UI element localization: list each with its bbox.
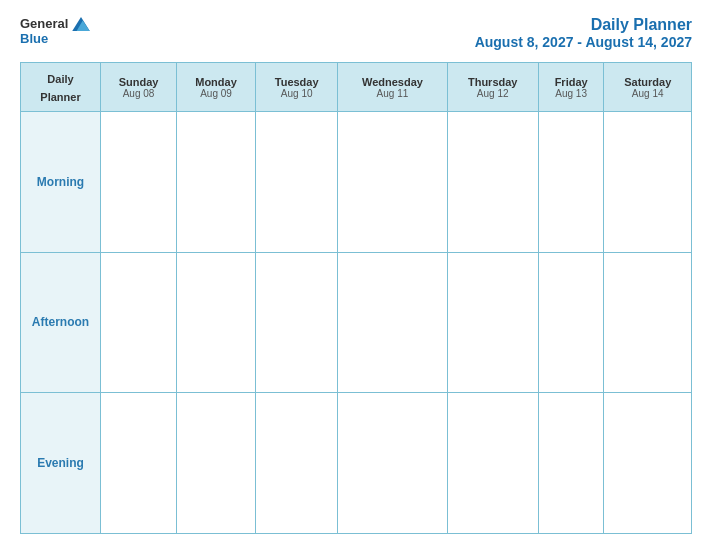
- morning-monday[interactable]: [177, 112, 256, 253]
- general-blue-icon: [72, 17, 90, 31]
- evening-saturday[interactable]: [604, 393, 692, 534]
- col-header-friday: Friday Aug 13: [538, 63, 604, 112]
- evening-wednesday[interactable]: [338, 393, 447, 534]
- afternoon-tuesday[interactable]: [255, 252, 337, 393]
- morning-sunday[interactable]: [101, 112, 177, 253]
- afternoon-saturday[interactable]: [604, 252, 692, 393]
- col-date-friday: Aug 13: [543, 88, 600, 99]
- col-day-saturday: Saturday: [608, 76, 687, 88]
- logo-blue: Blue: [20, 31, 48, 46]
- col-date-wednesday: Aug 11: [342, 88, 442, 99]
- label-header-line2: Planner: [40, 91, 80, 103]
- title-area: Daily Planner August 8, 2027 - August 14…: [475, 16, 692, 50]
- col-date-tuesday: Aug 10: [260, 88, 333, 99]
- afternoon-friday[interactable]: [538, 252, 604, 393]
- afternoon-thursday[interactable]: [447, 252, 538, 393]
- col-day-wednesday: Wednesday: [342, 76, 442, 88]
- morning-thursday[interactable]: [447, 112, 538, 253]
- col-header-monday: Monday Aug 09: [177, 63, 256, 112]
- col-date-saturday: Aug 14: [608, 88, 687, 99]
- afternoon-monday[interactable]: [177, 252, 256, 393]
- evening-sunday[interactable]: [101, 393, 177, 534]
- morning-tuesday[interactable]: [255, 112, 337, 253]
- label-header-line1: Daily: [47, 73, 73, 85]
- label-header-cell: Daily Planner: [21, 63, 101, 112]
- morning-saturday[interactable]: [604, 112, 692, 253]
- date-range: August 8, 2027 - August 14, 2027: [475, 34, 692, 50]
- calendar-table: Daily Planner Sunday Aug 08 Monday Aug 0…: [20, 62, 692, 534]
- evening-row: Evening: [21, 393, 692, 534]
- morning-label: Morning: [21, 112, 101, 253]
- logo-area: General Blue: [20, 16, 90, 46]
- evening-label: Evening: [21, 393, 101, 534]
- morning-row: Morning: [21, 112, 692, 253]
- logo-general: General: [20, 16, 68, 31]
- col-day-thursday: Thursday: [452, 76, 534, 88]
- col-day-sunday: Sunday: [105, 76, 172, 88]
- col-header-wednesday: Wednesday Aug 11: [338, 63, 447, 112]
- morning-wednesday[interactable]: [338, 112, 447, 253]
- header-row: Daily Planner Sunday Aug 08 Monday Aug 0…: [21, 63, 692, 112]
- col-date-sunday: Aug 08: [105, 88, 172, 99]
- col-day-monday: Monday: [181, 76, 251, 88]
- evening-thursday[interactable]: [447, 393, 538, 534]
- evening-tuesday[interactable]: [255, 393, 337, 534]
- col-day-tuesday: Tuesday: [260, 76, 333, 88]
- morning-friday[interactable]: [538, 112, 604, 253]
- evening-monday[interactable]: [177, 393, 256, 534]
- col-header-thursday: Thursday Aug 12: [447, 63, 538, 112]
- col-date-thursday: Aug 12: [452, 88, 534, 99]
- header: General Blue Daily Planner August 8, 202…: [20, 16, 692, 50]
- page: General Blue Daily Planner August 8, 202…: [0, 0, 712, 550]
- evening-friday[interactable]: [538, 393, 604, 534]
- afternoon-row: Afternoon: [21, 252, 692, 393]
- afternoon-wednesday[interactable]: [338, 252, 447, 393]
- col-day-friday: Friday: [543, 76, 600, 88]
- logo-text: General: [20, 16, 90, 31]
- col-header-sunday: Sunday Aug 08: [101, 63, 177, 112]
- col-date-monday: Aug 09: [181, 88, 251, 99]
- page-title: Daily Planner: [475, 16, 692, 34]
- afternoon-sunday[interactable]: [101, 252, 177, 393]
- afternoon-label: Afternoon: [21, 252, 101, 393]
- col-header-saturday: Saturday Aug 14: [604, 63, 692, 112]
- col-header-tuesday: Tuesday Aug 10: [255, 63, 337, 112]
